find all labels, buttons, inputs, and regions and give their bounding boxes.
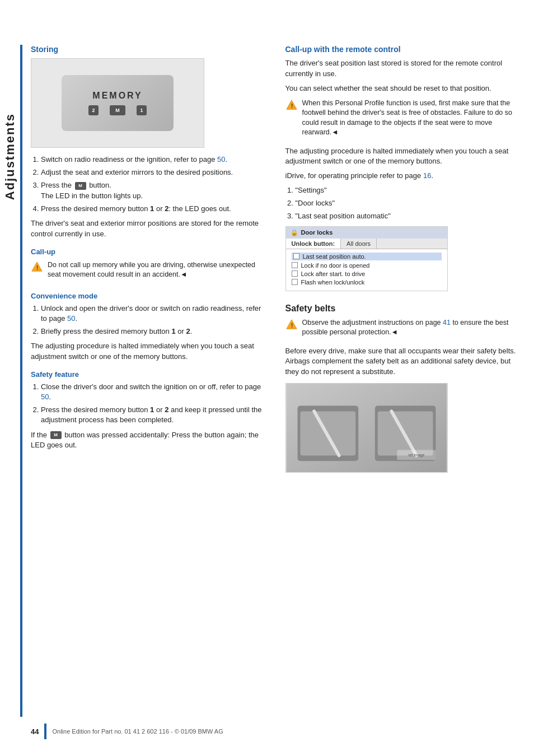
door-locks-tab-unlock: Unlock button: — [286, 239, 341, 249]
convenience-steps: Unlock and open the driver's door or swi… — [31, 304, 269, 337]
left-accent-bar — [20, 45, 22, 717]
safety-belts-warning-box: ! Observe the adjustment instructions on… — [285, 318, 523, 342]
callup-remote-title: Call-up with the remote control — [285, 45, 523, 54]
callup-remote-warning-text: When this Personal Profile function is u… — [302, 99, 523, 138]
door-locks-body: Last seat position auto. Lock if no door… — [286, 249, 447, 291]
storing-step1-link[interactable]: 50 — [217, 155, 225, 164]
storing-title: Storing — [31, 45, 269, 54]
door-locks-header: 🔒 Door locks — [286, 227, 447, 239]
callup-remote-warning-icon: ! — [285, 99, 298, 111]
safety-belts-warning-text: Observe the adjustment instructions on p… — [302, 318, 523, 338]
svg-text:!: ! — [291, 102, 293, 109]
safety-feature-title: Safety feature — [31, 370, 269, 379]
storing-step-3: Press the M button. The LED in the butto… — [41, 180, 269, 200]
right-column: Call-up with the remote control The driv… — [285, 45, 523, 473]
page-number: 44 — [31, 727, 39, 736]
memory-image: MEMORY 2 M 1 — [31, 58, 204, 148]
safety-belts-svg: ref image — [286, 384, 447, 472]
svg-text:!: ! — [291, 322, 293, 328]
convenience-title: Convenience mode — [31, 292, 269, 300]
checkbox-4 — [292, 279, 298, 285]
door-locks-screenshot: 🔒 Door locks Unlock button: All doors La… — [285, 226, 448, 291]
safety-feature-steps: Close the driver's door and switch the i… — [31, 382, 269, 426]
door-locks-item-2: Lock if no door is opened — [292, 262, 442, 269]
door-locks-title: Door locks — [301, 229, 333, 236]
door-locks-item-4: Flash when lock/unlock — [292, 279, 442, 286]
storing-step-2: Adjust the seat and exterior mirrors to … — [41, 167, 269, 178]
storing-paragraph: The driver's seat and exterior mirror po… — [31, 218, 269, 240]
memory-btn-m: M — [110, 105, 125, 115]
checkbox-1 — [293, 253, 299, 259]
callup-remote-list: "Settings" "Door locks" "Last seat posit… — [285, 185, 523, 222]
convenience-step-2: Briefly press the desired memory button … — [41, 326, 269, 337]
storing-steps: Switch on radio readiness or the ignitio… — [31, 155, 269, 214]
storing-step-1: Switch on radio readiness or the ignitio… — [41, 155, 269, 165]
memory-btn-1: 1 — [137, 105, 147, 115]
callup-remote-item-1: "Settings" — [296, 185, 523, 195]
callup-warning-box: ! Do not call up memory while you are dr… — [31, 260, 269, 284]
callup-warning-icon: ! — [31, 261, 43, 273]
idrive-link[interactable]: 16 — [423, 171, 431, 180]
memory-panel: MEMORY 2 M 1 — [62, 75, 174, 131]
door-locks-item-1: Last seat position auto. — [292, 253, 442, 260]
callup-remote-warning-box: ! When this Personal Profile function is… — [285, 99, 523, 142]
callup-warning-text: Do not call up memory while you are driv… — [48, 260, 269, 280]
door-locks-tabs: Unlock button: All doors — [286, 239, 447, 249]
callup-remote-item-2: "Door locks" — [296, 198, 523, 208]
convenience-paragraph: The adjusting procedure is halted immedi… — [31, 341, 269, 362]
footer-bar — [44, 724, 46, 739]
safety-belts-warning-icon: ! — [285, 319, 298, 331]
callup-remote-item-3: "Last seat position automatic" — [296, 211, 523, 221]
m-button-icon-2: M — [50, 431, 62, 439]
sidebar-label-text: Adjustments — [3, 113, 17, 200]
callup-remote-para3: The adjusting procedure is halted immedi… — [285, 146, 523, 167]
main-content: Storing MEMORY 2 M 1 Switch on radio rea… — [31, 0, 523, 495]
door-locks-item-3: Lock after start. to drive — [292, 270, 442, 277]
storing-step-4: Press the desired memory button 1 or 2: … — [41, 204, 269, 214]
door-locks-tab-alldoors: All doors — [341, 239, 377, 249]
safety-belts-image: ref image — [285, 383, 448, 473]
safety-belts-link[interactable]: 41 — [443, 319, 451, 326]
memory-label: MEMORY — [92, 91, 142, 101]
safety-feature-step-2: Press the desired memory button 1 or 2 a… — [41, 405, 269, 425]
left-column: Storing MEMORY 2 M 1 Switch on radio rea… — [31, 45, 269, 473]
callup-remote-para4: iDrive, for operating principle refer to… — [285, 171, 523, 181]
page-container: Adjustments Storing MEMORY 2 M 1 — [0, 0, 534, 756]
safety-feature-step-1: Close the driver's door and switch the i… — [41, 382, 269, 402]
safety-feature-paragraph: If the M button was pressed accidentally… — [31, 430, 269, 451]
safety-belts-title: Safety belts — [285, 304, 523, 314]
footer-text: Online Edition for Part no. 01 41 2 602 … — [52, 728, 223, 735]
footer: 44 Online Edition for Part no. 01 41 2 6… — [31, 724, 523, 739]
sidebar-label: Adjustments — [0, 45, 20, 269]
callup-title: Call-up — [31, 248, 269, 256]
memory-btn-2: 2 — [88, 105, 99, 115]
convenience-step1-link[interactable]: 50 — [67, 314, 75, 323]
safety-belts-para1: Before every drive, make sure that all o… — [285, 346, 523, 378]
safety-step1-link[interactable]: 50 — [41, 393, 49, 401]
callup-remote-para2: You can select whether the seat should b… — [285, 83, 523, 94]
checkbox-3 — [292, 270, 298, 277]
m-button-icon: M — [75, 182, 86, 190]
convenience-step-1: Unlock and open the driver's door or swi… — [41, 304, 269, 324]
memory-buttons: 2 M 1 — [88, 105, 147, 115]
checkbox-2 — [292, 262, 298, 268]
callup-remote-para1: The driver's seat position last stored i… — [285, 58, 523, 80]
svg-text:ref image: ref image — [408, 454, 424, 458]
svg-text:!: ! — [36, 264, 38, 270]
